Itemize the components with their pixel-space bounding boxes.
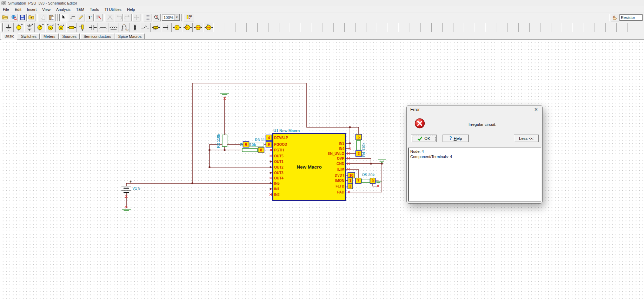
menu-edit[interactable]: Edit	[12, 7, 24, 12]
component-transformer-button[interactable]	[130, 23, 140, 32]
toolbar-drag-handle[interactable]	[0, 23, 3, 32]
open-file-button[interactable]	[1, 14, 9, 21]
component-voltage-meter-button[interactable]: V	[45, 23, 56, 32]
zoom-select[interactable]: 100%▼	[162, 14, 180, 21]
empty-toolbar-slot	[323, 23, 333, 32]
tab-basic[interactable]: Basic	[1, 33, 17, 40]
svg-text:PGOOD: PGOOD	[274, 143, 287, 146]
open-url-button[interactable]	[10, 14, 18, 21]
empty-toolbar-slot	[214, 23, 225, 32]
value-label-button[interactable]: 1K	[184, 14, 194, 21]
svg-text:IN1: IN1	[274, 187, 280, 191]
less-button[interactable]: Less <<	[514, 135, 539, 142]
cut-button[interactable]	[106, 14, 114, 21]
toolbar-separator	[57, 14, 58, 21]
component-battery-button[interactable]	[24, 23, 35, 32]
text-button[interactable]: T	[86, 14, 94, 21]
component-inductor-button[interactable]	[98, 23, 108, 32]
dialog-titlebar[interactable]: Error ✕	[407, 105, 542, 114]
svg-text:DVDT: DVDT	[335, 173, 344, 177]
menu-help[interactable]: Help	[124, 7, 138, 12]
component-ns-macro-button[interactable]: NS	[193, 23, 203, 32]
redo-button[interactable]	[124, 14, 132, 21]
component-search-input[interactable]	[619, 14, 643, 21]
find-component-button[interactable]	[611, 14, 619, 21]
component-ground-button[interactable]	[3, 23, 14, 32]
delete-icon	[95, 14, 101, 20]
menu-view[interactable]: View	[39, 7, 53, 12]
component-voltage-source-button[interactable]	[14, 23, 24, 32]
switch-icon	[141, 23, 150, 32]
component-r1[interactable]	[242, 149, 258, 152]
error-details-list[interactable]: Node: 4Component/Terminals: 4	[408, 148, 541, 202]
current-meter-icon: A	[57, 23, 66, 32]
titlebar[interactable]: Simulation_PSU_3v3 - Schematic Editor	[0, 0, 644, 6]
component-switch-button[interactable]	[140, 23, 151, 32]
close-icon[interactable]: ✕	[534, 107, 538, 112]
menu-tools[interactable]: Tools	[87, 7, 102, 12]
component-ns-macro-plus-button[interactable]: NS+I	[203, 23, 214, 32]
component-coupled-inductors-button[interactable]: ML1L2	[119, 23, 130, 32]
component-tab-bar: BasicSwitchesMetersSourcesSemiconductors…	[0, 33, 644, 40]
svg-text:PAD: PAD	[337, 190, 344, 194]
current-source-icon	[35, 23, 45, 32]
grid-icon	[145, 14, 151, 20]
menu-file[interactable]: File	[0, 7, 12, 12]
help-button[interactable]: ? Help	[443, 135, 469, 142]
svg-text:OUT1: OUT1	[274, 160, 284, 164]
empty-toolbar-slot	[333, 23, 344, 32]
empty-toolbar-slot	[507, 23, 518, 32]
empty-toolbar-slot	[279, 23, 290, 32]
ground-icon	[4, 23, 13, 32]
component-current-source-button[interactable]	[35, 23, 45, 32]
menu-insert[interactable]: Insert	[24, 7, 40, 12]
menu-ti-utilities[interactable]: TI Utilities	[102, 7, 124, 12]
component-current-arrow-button[interactable]	[77, 23, 87, 32]
wire-button[interactable]	[68, 14, 76, 21]
component-terminal-button[interactable]	[161, 23, 172, 32]
menu-t-m[interactable]: T&M	[73, 7, 87, 12]
zoom-in-icon	[154, 14, 160, 20]
component-r3[interactable]	[249, 143, 264, 146]
component-r4[interactable]	[357, 141, 361, 150]
open-folder-icon	[28, 14, 34, 20]
component-r2[interactable]	[222, 135, 227, 146]
copy-button[interactable]	[39, 14, 47, 21]
chevron-down-icon[interactable]: ▼	[174, 14, 179, 20]
voltage-meter-icon: V	[46, 23, 55, 32]
svg-text:L2: L2	[126, 29, 128, 31]
text-icon: T	[87, 14, 93, 20]
component-inductor-core-button[interactable]	[108, 23, 119, 32]
tab-spice-macros[interactable]: Spice Macros	[115, 33, 145, 39]
undo-icon	[116, 14, 122, 20]
component-ic-macro-plus-button[interactable]: IC+I	[182, 23, 193, 32]
tab-meters[interactable]: Meters	[40, 33, 59, 39]
paste-button[interactable]	[48, 14, 56, 21]
empty-toolbar-slot	[475, 23, 486, 32]
menu-analysis[interactable]: Analysis	[53, 7, 73, 12]
component-current-meter-button[interactable]: A	[56, 23, 66, 32]
component-toolbar: VAML1L2ICIC+INSNS+I	[0, 22, 644, 33]
move-button[interactable]	[132, 14, 140, 21]
component-potentiometer-button[interactable]	[151, 23, 161, 32]
terminal-icon	[162, 23, 171, 32]
cursor-button[interactable]	[59, 14, 67, 21]
tab-semiconductors[interactable]: Semiconductors	[80, 33, 114, 39]
svg-text:ILIM: ILIM	[337, 168, 344, 171]
zoom-in-button[interactable]	[153, 14, 161, 21]
component-resistor-button[interactable]	[66, 23, 77, 32]
ic-u1-new-macro[interactable]: New MacroDEVSLPPGOODPGTHOUT5OUT1OUT2OUT3…	[273, 134, 346, 200]
component-capacitor-button[interactable]	[87, 23, 98, 32]
pencil-button[interactable]	[77, 14, 85, 21]
open-folder-button[interactable]	[27, 14, 35, 21]
component-r5[interactable]	[361, 179, 370, 183]
component-ic-macro-button[interactable]: IC	[172, 23, 182, 32]
ok-button[interactable]: OK	[411, 135, 437, 142]
undo-button[interactable]	[115, 14, 123, 21]
grid-button[interactable]	[144, 14, 152, 21]
tab-sources[interactable]: Sources	[59, 33, 80, 39]
delete-button[interactable]	[94, 14, 102, 21]
svg-text:L1: L1	[121, 29, 123, 31]
save-button[interactable]	[19, 14, 27, 21]
tab-switches[interactable]: Switches	[18, 33, 40, 39]
